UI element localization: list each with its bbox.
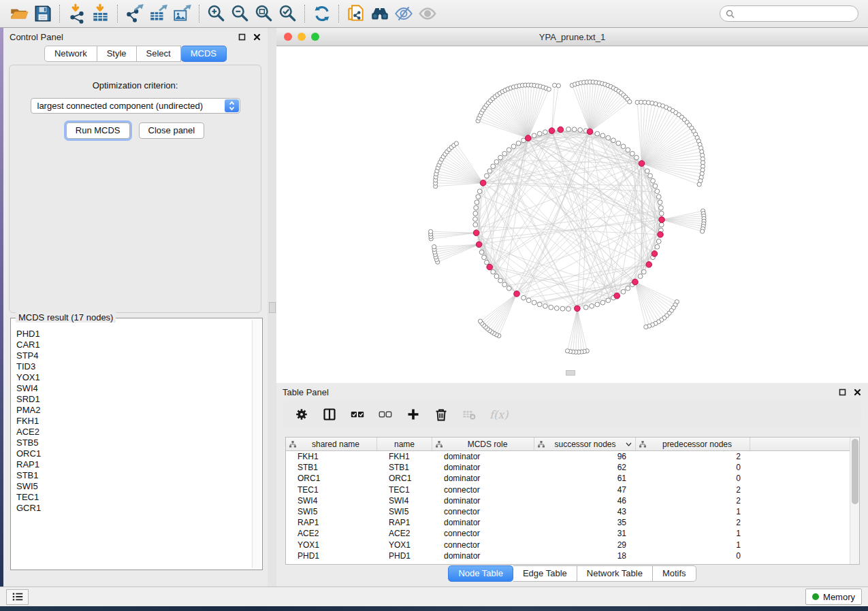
node-table: shared namenameMCDS rolesuccessor nodesp… [285, 437, 860, 565]
task-history-button[interactable] [6, 589, 29, 605]
table-scrollbar-thumb[interactable] [852, 439, 858, 504]
search-box[interactable] [720, 5, 858, 22]
float-panel-icon[interactable] [237, 32, 246, 42]
network-from-selection-icon[interactable] [344, 2, 368, 25]
table-row[interactable]: SWI5SWI5connector431 [286, 506, 859, 517]
column-header-name[interactable]: name [377, 437, 432, 450]
mcds-result-item[interactable]: YOX1 [16, 372, 252, 383]
function-builder-icon: f(x) [489, 406, 508, 423]
mcds-result-item[interactable]: STB5 [16, 437, 252, 448]
tab-mcds[interactable]: MCDS [181, 46, 227, 62]
toggle-columns-icon[interactable] [322, 406, 337, 423]
search-input[interactable] [738, 8, 852, 19]
close-table-panel-icon[interactable] [852, 387, 862, 397]
network-window-titlebar[interactable]: YPA_prune.txt_1 [276, 28, 868, 46]
network-graph[interactable] [276, 46, 868, 382]
zoom-selected-icon[interactable] [276, 2, 300, 25]
open-session-icon[interactable] [7, 2, 31, 25]
import-network-icon[interactable] [65, 2, 89, 25]
table-settings-icon[interactable] [294, 406, 309, 423]
mcds-result-item[interactable]: PMA2 [16, 405, 252, 416]
tab-style[interactable]: Style [97, 46, 137, 62]
mcds-panel: Optimization criterion: largest connecte… [9, 65, 261, 313]
column-header-predecessor-nodes[interactable]: predecessor nodes [636, 437, 750, 450]
hide-all-columns-icon[interactable] [378, 406, 393, 423]
table-row[interactable]: ACE2ACE2connector311 [286, 528, 859, 539]
close-panel-button[interactable]: Close panel [139, 122, 205, 139]
mcds-result-item[interactable]: TID3 [16, 361, 252, 372]
network-canvas[interactable] [276, 46, 868, 382]
zoom-fit-icon[interactable] [252, 2, 276, 25]
cell-shared-name: ACE2 [286, 528, 377, 539]
vertical-splitter[interactable] [268, 28, 277, 587]
cell-MCDS-role: connector [432, 528, 534, 539]
result-list-scrollbar[interactable] [252, 320, 261, 568]
table-row[interactable]: PHD1PHD1dominator180 [286, 550, 859, 561]
table-type-tabs: Node TableEdge TableNetwork TableMotifs [276, 565, 868, 582]
column-header-successor-nodes[interactable]: successor nodes [534, 437, 636, 450]
import-table-icon[interactable] [89, 2, 112, 25]
column-header-MCDS-role[interactable]: MCDS role [432, 437, 534, 450]
optimization-criterion-select[interactable]: largest connected component (undirected) [31, 98, 240, 114]
refresh-layout-icon[interactable] [310, 2, 334, 25]
mcds-result-item[interactable]: SWI5 [16, 481, 252, 492]
mcds-result-item[interactable]: SRD1 [16, 394, 252, 405]
close-panel-icon[interactable] [252, 32, 261, 42]
cell-predecessor-nodes: 2 [636, 451, 750, 462]
cell-successor-nodes: 43 [534, 506, 636, 517]
find-icon[interactable] [368, 2, 391, 25]
tab-network-table[interactable]: Network Table [577, 565, 653, 582]
cell-MCDS-role: dominator [432, 451, 534, 462]
export-network-icon[interactable] [123, 2, 146, 25]
mcds-result-item[interactable]: SWI4 [16, 383, 252, 394]
desktop-wallpaper-bottom [0, 606, 868, 611]
export-table-icon[interactable] [146, 2, 170, 25]
column-header-shared-name[interactable]: shared name [286, 437, 377, 450]
tab-select[interactable]: Select [137, 46, 181, 62]
search-icon [726, 10, 735, 18]
delete-columns-icon[interactable] [434, 406, 449, 423]
mcds-result-item[interactable]: CAR1 [16, 340, 252, 350]
mcds-result-item[interactable]: STB1 [16, 470, 252, 481]
splitter-handle[interactable] [269, 302, 276, 313]
create-column-icon[interactable] [406, 406, 421, 423]
tab-network[interactable]: Network [44, 46, 97, 62]
zoom-in-icon[interactable] [204, 2, 228, 25]
maximize-window-icon[interactable] [311, 33, 319, 41]
table-row[interactable]: RAP1RAP1dominator352 [286, 517, 859, 528]
memory-button[interactable]: Memory [805, 589, 862, 605]
table-row[interactable]: STB1STB1dominator620 [286, 462, 859, 473]
delete-table-icon [462, 406, 477, 423]
table-scrollbar[interactable] [850, 437, 859, 564]
mcds-result-item[interactable]: PHD1 [16, 329, 252, 340]
mcds-result-item[interactable]: GCR1 [16, 503, 252, 514]
control-panel-tabs: NetworkStyleSelectMCDS [3, 46, 268, 62]
mcds-result-item[interactable]: RAP1 [16, 459, 252, 470]
table-row[interactable]: ORC1ORC1dominator610 [286, 473, 859, 484]
tab-edge-table[interactable]: Edge Table [513, 565, 577, 582]
toolbar-separator [59, 5, 60, 22]
minimize-window-icon[interactable] [298, 33, 306, 41]
show-all-columns-icon[interactable] [350, 406, 365, 423]
tab-motifs[interactable]: Motifs [653, 565, 696, 582]
mcds-result-item[interactable]: TEC1 [16, 492, 252, 503]
mcds-result-item[interactable]: ACE2 [16, 427, 252, 437]
table-row[interactable]: FKH1FKH1dominator962 [286, 451, 859, 462]
cell-successor-nodes: 46 [534, 495, 636, 506]
save-session-icon[interactable] [31, 2, 54, 25]
tab-node-table[interactable]: Node Table [448, 565, 513, 582]
cell-MCDS-role: connector [432, 484, 534, 495]
float-table-panel-icon[interactable] [837, 387, 847, 397]
table-row[interactable]: YOX1YOX1connector291 [286, 540, 859, 550]
horizontal-splitter-handle[interactable] [566, 370, 575, 376]
mcds-result-item[interactable]: FKH1 [16, 416, 252, 427]
table-row[interactable]: SWI4SWI4dominator462 [286, 495, 859, 506]
mcds-result-item[interactable]: ORC1 [16, 448, 252, 459]
run-mcds-button[interactable]: Run MCDS [66, 122, 130, 139]
close-window-icon[interactable] [284, 33, 292, 41]
mcds-result-item[interactable]: STP4 [16, 350, 252, 361]
export-image-icon[interactable] [170, 2, 194, 25]
toggle-graphics-details-icon[interactable] [391, 2, 415, 25]
table-row[interactable]: TEC1TEC1connector472 [286, 484, 859, 495]
zoom-out-icon[interactable] [228, 2, 252, 25]
